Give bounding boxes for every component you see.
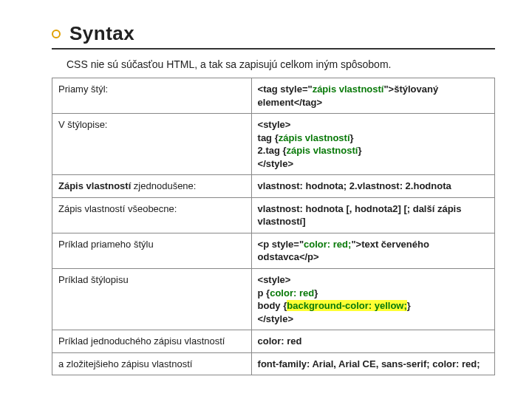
row-label: V štýlopise: bbox=[52, 114, 252, 175]
syntax-table: Priamy štýl:<tag style="zápis vlastností… bbox=[52, 78, 495, 375]
row-label: Zápis vlastností zjednodušene: bbox=[52, 175, 252, 198]
table-row: V štýlopise:<style>tag {zápis vlastností… bbox=[52, 114, 495, 175]
table-row: Príklad jednoduchého zápisu vlastnostíco… bbox=[52, 330, 495, 353]
row-code: <tag style="zápis vlastností">štýlovaný … bbox=[251, 78, 494, 114]
row-label: Príklad jednoduchého zápisu vlastností bbox=[52, 330, 252, 353]
table-row: Príklad priameho štýlu<p style="color: r… bbox=[52, 233, 495, 268]
row-label: a zložitejšieho zápisu vlastností bbox=[52, 352, 252, 375]
row-label: Príklad štýlopisu bbox=[52, 269, 252, 330]
row-code: <style>p {color: red}body {background-co… bbox=[251, 269, 494, 330]
table-row: Zápis vlastností zjednodušene:vlastnost:… bbox=[52, 175, 495, 198]
bullet-icon bbox=[52, 30, 61, 38]
row-code: <p style="color: red;">text červeného od… bbox=[251, 233, 494, 268]
title-row: Syntax bbox=[52, 22, 495, 50]
page-title: Syntax bbox=[69, 22, 134, 45]
row-code: color: red bbox=[251, 330, 494, 353]
slide: Syntax CSS nie sú súčasťou HTML, a tak s… bbox=[0, 0, 532, 383]
table-row: Zápis vlastností všeobecne:vlastnost: ho… bbox=[52, 197, 495, 233]
row-label: Zápis vlastností všeobecne: bbox=[52, 197, 252, 233]
table-row: Priamy štýl:<tag style="zápis vlastností… bbox=[52, 78, 495, 114]
row-code: font-family: Arial, Arial CE, sans-serif… bbox=[251, 352, 494, 375]
table-row: Príklad štýlopisu<style>p {color: red}bo… bbox=[52, 269, 495, 330]
row-code: vlastnost: hodnota [, hodnota2] [; další… bbox=[251, 197, 494, 233]
syntax-tbody: Priamy štýl:<tag style="zápis vlastností… bbox=[52, 78, 495, 375]
table-row: a zložitejšieho zápisu vlastnostífont-fa… bbox=[52, 352, 495, 375]
row-code: vlastnost: hodnota; 2.vlastnost: 2.hodno… bbox=[251, 175, 494, 198]
row-label: Priamy štýl: bbox=[52, 78, 252, 114]
intro-text: CSS nie sú súčasťou HTML, a tak sa zapis… bbox=[66, 58, 495, 70]
row-label: Príklad priameho štýlu bbox=[52, 233, 252, 268]
row-code: <style>tag {zápis vlastností}2.tag {zápi… bbox=[251, 114, 494, 175]
